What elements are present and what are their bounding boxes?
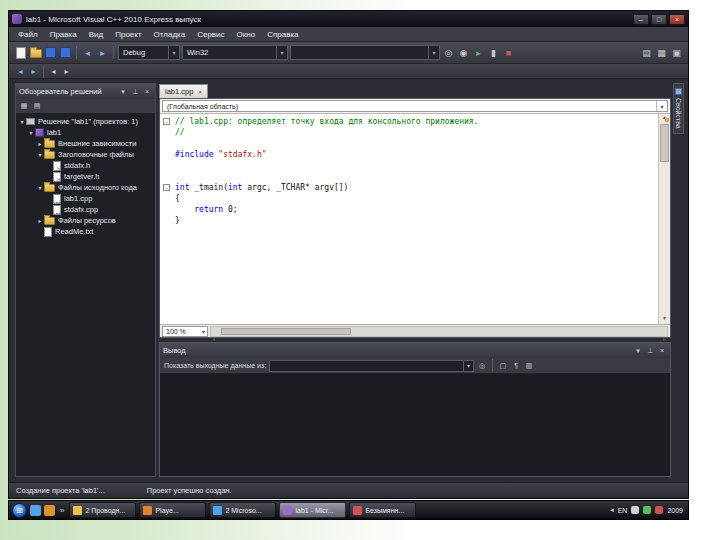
- taskbar-button[interactable]: 2 Проводн...: [69, 502, 136, 518]
- taskbar-button[interactable]: 2 Microso...: [209, 502, 276, 518]
- tree-item[interactable]: ReadMe.txt: [16, 226, 155, 237]
- code-lines[interactable]: -// lab1.cpp: определяет точку входа для…: [160, 114, 658, 324]
- menu-item-Проект[interactable]: Проект: [109, 29, 147, 40]
- tree-item[interactable]: stdafx.h: [16, 160, 155, 171]
- tree-item[interactable]: stdafx.cpp: [16, 204, 155, 215]
- code-line[interactable]: [160, 171, 658, 182]
- scrollbar-thumb[interactable]: [660, 124, 669, 162]
- clear-all-icon[interactable]: ▢: [498, 361, 508, 371]
- navigate-back-icon[interactable]: ◂: [15, 66, 26, 77]
- tree-item[interactable]: ▾Файлы исходного кода: [16, 182, 155, 193]
- tree-item[interactable]: ▾lab1: [16, 127, 155, 138]
- start-button[interactable]: ⊞: [12, 503, 27, 518]
- navigate-forward-icon[interactable]: ▸: [28, 66, 39, 77]
- taskbar-clock[interactable]: 2009: [667, 507, 683, 514]
- quick-launch-icon-1[interactable]: [30, 505, 41, 516]
- tree-expander-icon[interactable]: ▾: [18, 118, 26, 125]
- toolbox-icon[interactable]: ▣: [670, 46, 683, 59]
- code-line[interactable]: //: [160, 127, 658, 138]
- find-message-icon[interactable]: ◎: [477, 361, 487, 371]
- close-icon[interactable]: ×: [657, 346, 667, 356]
- taskbar-button[interactable]: Playe...: [139, 502, 206, 518]
- tab-lab1-cpp[interactable]: lab1.cpp ×: [159, 84, 208, 98]
- action-center-icon[interactable]: [655, 506, 663, 514]
- menu-item-Сервис[interactable]: Сервис: [191, 29, 230, 40]
- tree-expander-icon[interactable]: ▾: [36, 151, 44, 158]
- volume-icon[interactable]: [631, 506, 639, 514]
- toggle-icon[interactable]: ▥: [524, 361, 534, 371]
- menu-item-Отладка[interactable]: Отладка: [148, 29, 192, 40]
- find-in-files-icon[interactable]: ◉: [457, 46, 470, 59]
- fold-collapse-icon[interactable]: -: [163, 118, 170, 125]
- menu-item-Правка[interactable]: Правка: [44, 29, 83, 40]
- menu-item-Окно[interactable]: Окно: [231, 29, 262, 40]
- quick-launch-overflow-icon[interactable]: »: [58, 506, 66, 515]
- redo-small-icon[interactable]: ▸: [61, 66, 72, 77]
- close-button[interactable]: ×: [669, 14, 685, 25]
- zoom-combo[interactable]: 100 %: [162, 326, 208, 337]
- tree-item[interactable]: ▸Файлы ресурсов: [16, 215, 155, 226]
- properties-window-icon[interactable]: ▦: [655, 46, 668, 59]
- chevron-down-icon[interactable]: [463, 361, 473, 371]
- chevron-down-icon[interactable]: [202, 328, 207, 335]
- window-menu-icon[interactable]: ▾: [633, 346, 643, 356]
- tab-close-icon[interactable]: ×: [198, 89, 202, 95]
- code-line[interactable]: [160, 160, 658, 171]
- solution-explorer-header[interactable]: Обозреватель решений ▾⊥×: [16, 84, 155, 99]
- code-line[interactable]: {: [160, 193, 658, 204]
- scroll-down-icon[interactable]: [659, 315, 670, 324]
- chevron-down-icon[interactable]: [656, 101, 667, 111]
- open-folder-icon[interactable]: [29, 46, 42, 59]
- editor-horizontal-scrollbar[interactable]: [210, 326, 668, 337]
- scrollbar-thumb[interactable]: [221, 328, 351, 335]
- tree-expander-icon[interactable]: ▾: [27, 129, 35, 136]
- chevron-down-icon[interactable]: [428, 46, 439, 59]
- hidden-icons-arrow[interactable]: [610, 506, 614, 514]
- title-bar[interactable]: lab1 - Microsoft Visual C++ 2010 Express…: [9, 11, 688, 27]
- network-icon[interactable]: [643, 506, 651, 514]
- tree-item[interactable]: targetver.h: [16, 171, 155, 182]
- menu-item-Вид[interactable]: Вид: [83, 29, 109, 40]
- configuration-combo[interactable]: Debug: [118, 45, 180, 60]
- start-debug-icon[interactable]: ▸: [472, 46, 485, 59]
- output-header[interactable]: Вывод ▾⊥×: [160, 343, 670, 358]
- maximize-button[interactable]: □: [651, 14, 667, 25]
- code-line[interactable]: return 0;: [160, 204, 658, 215]
- undo-icon[interactable]: ◂: [81, 46, 94, 59]
- output-content[interactable]: [160, 374, 670, 476]
- chevron-down-icon[interactable]: [276, 46, 287, 59]
- taskbar-button[interactable]: Безымянн...: [349, 502, 416, 518]
- find-icon[interactable]: ◎: [442, 46, 455, 59]
- minimize-button[interactable]: –: [633, 14, 649, 25]
- tree-item[interactable]: ▸Внешние зависимости: [16, 138, 155, 149]
- stop-icon[interactable]: ■: [502, 46, 515, 59]
- undo-small-icon[interactable]: ◂: [48, 66, 59, 77]
- quick-launch-icon-2[interactable]: [44, 505, 55, 516]
- scope-combo[interactable]: (Глобальная область): [162, 100, 668, 112]
- code-line[interactable]: -// lab1.cpp: определяет точку входа для…: [160, 116, 658, 127]
- tree-expander-icon[interactable]: ▸: [36, 217, 44, 224]
- close-icon[interactable]: ×: [142, 87, 152, 97]
- save-icon[interactable]: [44, 46, 57, 59]
- window-menu-icon[interactable]: ▾: [118, 87, 128, 97]
- chevron-down-icon[interactable]: [168, 46, 179, 59]
- wrap-icon[interactable]: ¶: [511, 361, 521, 371]
- auto-hide-pin-icon[interactable]: ⊥: [645, 346, 655, 356]
- taskbar-button[interactable]: lab1 - Micr...: [279, 502, 346, 518]
- tree-item[interactable]: ▾Решение "lab1" (проектов: 1): [16, 116, 155, 127]
- fold-collapse-icon[interactable]: -: [163, 184, 170, 191]
- platform-combo[interactable]: Win32: [182, 45, 288, 60]
- auto-hide-pin-icon[interactable]: ⊥: [130, 87, 140, 97]
- tree-expander-icon[interactable]: ▾: [36, 184, 44, 191]
- code-line[interactable]: #include "stdafx.h": [160, 149, 658, 160]
- save-all-icon[interactable]: [59, 46, 72, 59]
- tree-item[interactable]: lab1.cpp: [16, 193, 155, 204]
- language-indicator[interactable]: EN: [618, 507, 628, 514]
- menu-item-Файл[interactable]: Файл: [12, 29, 44, 40]
- redo-icon[interactable]: ▸: [96, 46, 109, 59]
- menu-item-Справка[interactable]: Справка: [261, 29, 304, 40]
- show-all-files-icon[interactable]: ▤: [32, 101, 42, 111]
- autohide-tab-properties[interactable]: Свойства: [673, 83, 684, 134]
- tree-expander-icon[interactable]: ▸: [36, 140, 44, 147]
- new-file-icon[interactable]: [14, 46, 27, 59]
